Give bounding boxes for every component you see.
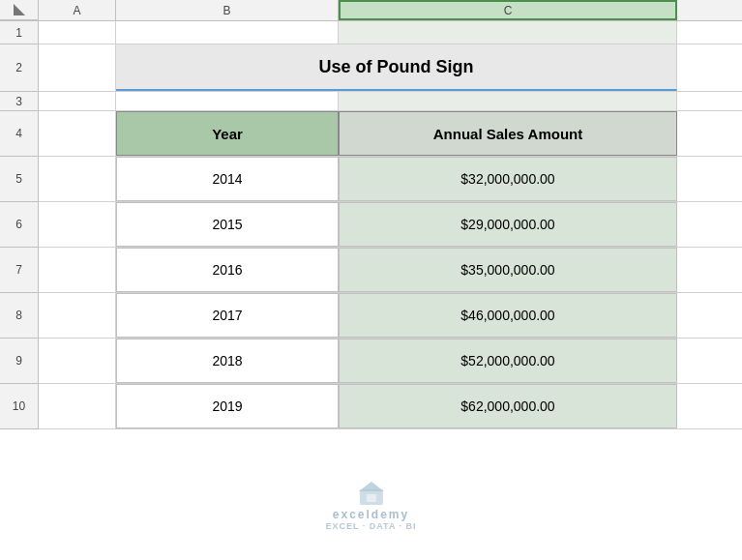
row-header-3[interactable]: 3 [0, 92, 39, 111]
cell-b4-year-header[interactable]: Year [116, 111, 339, 156]
row-1 [39, 21, 742, 44]
cell-a9[interactable] [39, 339, 116, 383]
cell-c3[interactable] [339, 92, 677, 110]
row-header-2[interactable]: 2 [0, 44, 39, 92]
cell-a4[interactable] [39, 111, 116, 156]
cell-b8[interactable]: 2017 [116, 293, 339, 338]
spreadsheet-body: 1 2 3 4 5 6 7 8 9 [0, 21, 742, 429]
row-header-10[interactable]: 10 [0, 384, 39, 429]
cell-a6[interactable] [39, 202, 116, 247]
cell-b10[interactable]: 2019 [116, 384, 339, 428]
cell-c1[interactable] [339, 21, 677, 44]
row-header-9[interactable]: 9 [0, 339, 39, 384]
cell-c10[interactable]: $62,000,000.00 [339, 384, 677, 428]
row-header-7[interactable]: 7 [0, 248, 39, 293]
title-cell[interactable]: Use of Pound Sign [116, 44, 677, 91]
cell-b5[interactable]: 2014 [116, 157, 339, 201]
svg-marker-2 [359, 482, 384, 491]
cell-b3[interactable] [116, 92, 339, 110]
row-9: 2018 $52,000,000.00 [39, 339, 742, 384]
row-header-6[interactable]: 6 [0, 202, 39, 248]
cell-a10[interactable] [39, 384, 116, 428]
row-6: 2015 $29,000,000.00 [39, 202, 742, 248]
cell-a3[interactable] [39, 92, 116, 110]
row-header-4[interactable]: 4 [0, 111, 39, 157]
svg-marker-0 [14, 4, 25, 15]
cell-a8[interactable] [39, 293, 116, 338]
cell-a7[interactable] [39, 248, 116, 292]
column-headers: A B C [0, 0, 742, 21]
cell-c5[interactable]: $32,000,000.00 [339, 157, 677, 201]
cell-c6[interactable]: $29,000,000.00 [339, 202, 677, 247]
cell-c4-sales-header[interactable]: Annual Sales Amount [339, 111, 677, 156]
row-header-1[interactable]: 1 [0, 21, 39, 44]
cell-a5[interactable] [39, 157, 116, 201]
cell-b7[interactable]: 2016 [116, 248, 339, 292]
row-5: 2014 $32,000,000.00 [39, 157, 742, 202]
cell-c8[interactable]: $46,000,000.00 [339, 293, 677, 338]
cell-a2[interactable] [39, 44, 116, 91]
row-7: 2016 $35,000,000.00 [39, 248, 742, 293]
col-header-a[interactable]: A [39, 0, 116, 20]
row-8: 2017 $46,000,000.00 [39, 293, 742, 339]
watermark-tagline: EXCEL · DATA · BI [325, 521, 416, 531]
row-headers: 1 2 3 4 5 6 7 8 9 [0, 21, 39, 429]
cell-c7[interactable]: $35,000,000.00 [339, 248, 677, 292]
corner-cell [0, 0, 39, 20]
cell-a1[interactable] [39, 21, 116, 44]
watermark: exceldemy EXCEL · DATA · BI [325, 482, 416, 531]
svg-rect-3 [367, 494, 376, 502]
cell-c9[interactable]: $52,000,000.00 [339, 339, 677, 383]
cell-b6[interactable]: 2015 [116, 202, 339, 247]
row-4: Year Annual Sales Amount [39, 111, 742, 157]
row-3 [39, 92, 742, 111]
cell-b1[interactable] [116, 21, 339, 44]
spreadsheet: A B C 1 2 3 4 5 6 [0, 0, 742, 560]
row-header-8[interactable]: 8 [0, 293, 39, 339]
row-10: 2019 $62,000,000.00 [39, 384, 742, 429]
cells-area: Use of Pound Sign Year Annual Sales Amou… [39, 21, 742, 429]
row-2: Use of Pound Sign [39, 44, 742, 92]
watermark-brand: exceldemy [333, 508, 409, 521]
row-header-5[interactable]: 5 [0, 157, 39, 202]
watermark-icon [357, 482, 386, 506]
cell-b9[interactable]: 2018 [116, 339, 339, 383]
col-header-b[interactable]: B [116, 0, 339, 20]
col-header-c[interactable]: C [339, 0, 677, 20]
